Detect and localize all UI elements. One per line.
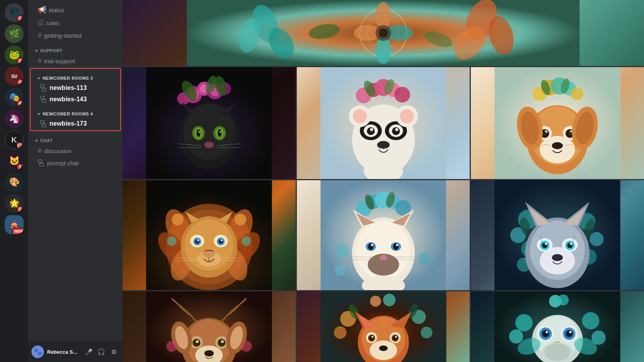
- channel-item-rules[interactable]: ☑ rules: [31, 16, 119, 29]
- channel-item-newbies-143[interactable]: newbies-143: [34, 94, 117, 105]
- channel-item-trial-support[interactable]: # trial-support: [31, 55, 119, 67]
- server-badge-10: 2: [16, 206, 24, 213]
- svg-point-226: [221, 340, 224, 343]
- channel-item-newbies-113[interactable]: newbies-113: [34, 82, 117, 93]
- svg-point-277: [546, 331, 548, 333]
- server-icon-7[interactable]: K 17: [5, 130, 24, 149]
- server-badge-4: 4: [16, 79, 24, 86]
- svg-point-91: [384, 148, 386, 149]
- svg-rect-6: [40, 121, 44, 123]
- svg-rect-3: [40, 96, 44, 99]
- text-channel-icon-1: #: [38, 31, 42, 40]
- channel-list: 📢 status ☑ rules # getting-started ▼ SUP…: [28, 0, 123, 342]
- channel-item-getting-started[interactable]: # getting-started: [31, 29, 119, 42]
- svg-point-253: [371, 336, 373, 338]
- svg-point-254: [395, 336, 397, 338]
- server-icon-9[interactable]: 🎨: [5, 173, 24, 192]
- server-badge-3: 2: [16, 57, 24, 64]
- svg-point-223: [192, 339, 200, 347]
- channel-item-status[interactable]: 📢 status: [31, 4, 119, 16]
- server-icon-10[interactable]: 🌟 2: [5, 194, 24, 213]
- svg-point-266: [558, 294, 569, 305]
- svg-point-112: [568, 132, 572, 135]
- text-channel-icon-2: #: [38, 57, 42, 65]
- settings-button[interactable]: ⚙: [108, 346, 119, 357]
- server-icon-3[interactable]: 🐸 2: [5, 46, 24, 64]
- user-area: 🐾 Rebecca S... 🎤 🎧 ⚙: [28, 342, 123, 362]
- forum-icon-1: [40, 84, 47, 91]
- username: Rebecca S...: [47, 349, 80, 355]
- user-controls: 🎤 🎧 ⚙: [83, 346, 119, 357]
- svg-point-86: [353, 109, 367, 123]
- grid-item-deer: [123, 291, 296, 362]
- svg-point-182: [335, 244, 349, 258]
- server-icon-4[interactable]: SV 4: [5, 67, 24, 86]
- svg-point-170: [396, 244, 398, 246]
- svg-rect-4: [42, 100, 46, 102]
- svg-point-224: [218, 339, 225, 347]
- image-grid: [123, 0, 644, 362]
- svg-point-82: [395, 128, 398, 131]
- svg-point-227: [204, 350, 214, 357]
- highlighted-channels-box: ▼ NEWCOMER ROOMS 3 newbies-113: [30, 68, 121, 131]
- svg-rect-7: [42, 124, 46, 127]
- svg-point-239: [421, 327, 432, 338]
- svg-point-81: [370, 128, 373, 131]
- svg-point-128: [172, 214, 183, 225]
- deafen-button[interactable]: 🎧: [96, 346, 107, 357]
- grid-item-cat: [297, 180, 470, 290]
- svg-point-232: [166, 341, 177, 352]
- svg-point-53: [218, 129, 221, 137]
- svg-point-62: [207, 124, 208, 125]
- grid-item-lion: [123, 180, 296, 290]
- channel-sidebar: 📢 status ☑ rules # getting-started ▼ SUP…: [28, 0, 123, 362]
- svg-point-237: [334, 326, 346, 339]
- category-support[interactable]: ▼ SUPPORT: [28, 42, 123, 55]
- svg-point-54: [198, 131, 200, 133]
- server-icon-8[interactable]: 🐱 1: [5, 152, 24, 170]
- svg-point-55: [220, 131, 221, 133]
- category-chat[interactable]: ▼ CHAT: [28, 132, 123, 144]
- svg-point-225: [196, 340, 199, 343]
- server-icon-11[interactable]: 🎪 NEW: [5, 215, 24, 234]
- rules-icon: ☑: [38, 18, 44, 27]
- channel-item-discussion[interactable]: # discussion: [31, 145, 119, 157]
- svg-point-83: [377, 141, 390, 149]
- svg-point-63: [212, 125, 214, 126]
- server-icon-5[interactable]: 🎭 4: [5, 88, 24, 107]
- svg-point-111: [543, 132, 547, 135]
- svg-point-52: [196, 129, 200, 137]
- svg-point-263: [582, 312, 600, 329]
- server-badge-5: 4: [16, 100, 24, 107]
- forum-icon-3: [40, 120, 47, 127]
- server-sidebar: 🌑 3 🌿 🐸 2 SV 4 🎭 4 🦄 K 17 🐱 1 🎨 🌟 2 🎪 NE…: [0, 0, 28, 362]
- grid-item-floral-top: [123, 0, 644, 66]
- svg-point-141: [221, 240, 223, 241]
- text-channel-icon-3: #: [38, 147, 42, 155]
- grid-item-butterfly: [471, 291, 644, 362]
- forum-icon-4: [38, 159, 45, 166]
- server-icon-2[interactable]: 🌿: [5, 24, 24, 43]
- channel-item-newbies-173[interactable]: newbies-173: [34, 118, 117, 129]
- svg-point-26: [379, 28, 388, 38]
- svg-point-99: [571, 88, 584, 100]
- mute-button[interactable]: 🎤: [83, 346, 94, 357]
- svg-point-210: [570, 243, 573, 245]
- svg-point-169: [371, 244, 373, 246]
- svg-point-92: [388, 147, 390, 148]
- svg-point-64: [218, 126, 220, 127]
- server-icon-1[interactable]: 🌑 3: [5, 3, 24, 22]
- svg-point-262: [509, 329, 523, 344]
- category-newcomer-rooms-4[interactable]: ▼ NEWCOMER ROOMS 4: [31, 105, 120, 118]
- server-badge-7: 17: [16, 142, 23, 149]
- main-content: [123, 0, 644, 362]
- server-icon-6[interactable]: 🦄: [5, 109, 24, 128]
- server-badge-8: 1: [16, 163, 24, 170]
- category-newcomer-rooms-3[interactable]: ▼ NEWCOMER ROOMS 3: [31, 69, 120, 82]
- svg-point-183: [418, 252, 431, 265]
- chevron-down-icon-2: ▼: [37, 76, 41, 80]
- svg-point-129: [234, 214, 246, 225]
- channel-item-prompt-chat[interactable]: prompt-chat: [31, 157, 119, 168]
- svg-point-171: [379, 255, 387, 260]
- svg-rect-9: [38, 160, 42, 163]
